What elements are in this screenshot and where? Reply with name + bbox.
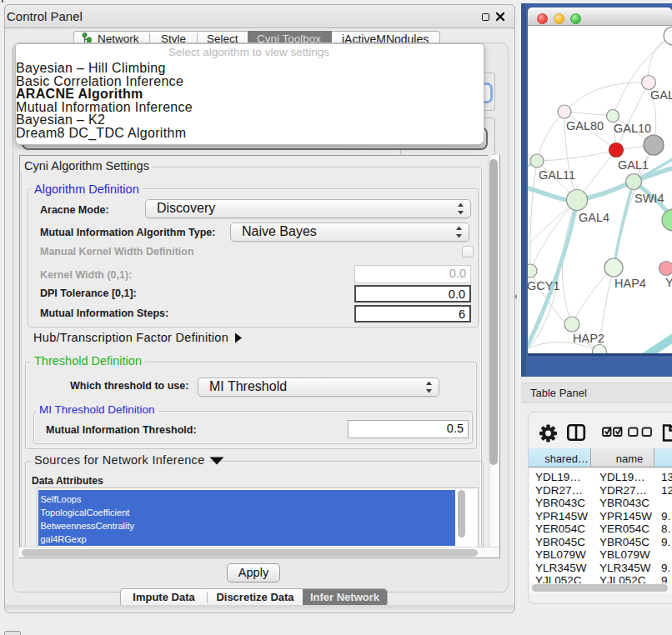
svg-text:GAL1: GAL1 — [618, 158, 649, 172]
svg-text:GAL7: GAL7 — [650, 88, 672, 102]
svg-text:YE: YE — [665, 276, 672, 289]
svg-text:HAP2: HAP2 — [573, 332, 604, 345]
svg-text:GAL11: GAL11 — [539, 168, 575, 182]
svg-text:GAL4: GAL4 — [579, 211, 609, 224]
svg-text:SWI4: SWI4 — [634, 192, 664, 205]
svg-text:GCY1: GCY1 — [528, 279, 560, 292]
svg-text:GAL80: GAL80 — [566, 119, 604, 132]
svg-text:GAL10: GAL10 — [614, 122, 651, 135]
svg-text:HAP4: HAP4 — [614, 277, 646, 290]
